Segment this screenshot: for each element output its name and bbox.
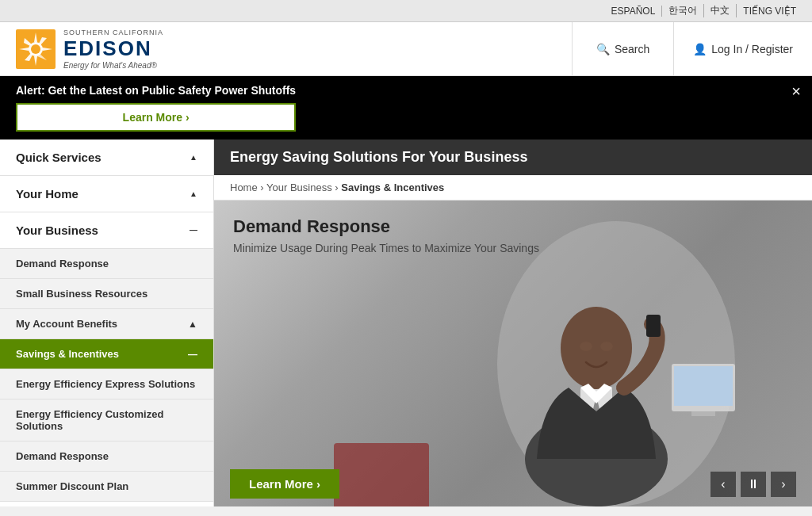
login-button[interactable]: 👤 Log In / Register [674,22,812,75]
breadcrumb-home[interactable]: Home [230,182,258,193]
alert-text: Alert: Get the Latest on Public Safety P… [16,84,296,97]
quick-services-label: Quick Services [16,151,102,164]
edison-logo-icon [16,29,56,69]
page-title: Energy Saving Solutions For Your Busines… [230,149,527,165]
your-business-arrow-icon: — [190,226,197,235]
subitem-arrow-icon: ▲ [188,319,197,330]
logo-name: EDISON [63,36,163,61]
lang-chinese[interactable]: 中文 [704,4,737,17]
header-right: 🔍 Search 👤 Log In / Register [572,22,812,75]
alert-learn-more-button[interactable]: Learn More › [16,103,296,132]
hero-subtitle: Minimize Usage During Peak Times to Maxi… [233,242,539,254]
svg-rect-21 [691,411,715,416]
language-bar: ESPAÑOL 한국어 中文 TIẾNG VIỆT [0,0,812,22]
hero-area: Demand Response Minimize Usage During Pe… [214,201,812,506]
page-title-bar: Energy Saving Solutions For Your Busines… [214,140,812,175]
hero-text-overlay: Demand Response Minimize Usage During Pe… [214,201,558,270]
svg-point-18 [600,342,613,351]
subitem-active-dash-icon: — [188,349,197,360]
carousel-pause-button[interactable]: ⏸ [741,472,766,497]
subitem-label: My Account Benefits [16,318,117,330]
subitem-label: Summer Discount Plan [16,480,128,492]
subitem-label: Demand Response [16,258,109,269]
lang-vietnamese[interactable]: TIẾNG VIỆT [737,6,802,17]
breadcrumb-current: Savings & Incentives [341,182,444,193]
carousel-next-button[interactable]: › [771,472,796,497]
alert-close-button[interactable]: × [791,82,801,101]
search-icon: 🔍 [596,43,610,55]
main-layout: Quick Services ▲ Your Home ▲ Your Busine… [0,140,812,506]
sidebar-item-your-business[interactable]: Your Business — [0,212,213,249]
search-label: Search [615,43,649,55]
svg-rect-16 [646,315,661,337]
svg-point-17 [580,342,592,351]
sidebar-item-quick-services[interactable]: Quick Services ▲ [0,140,213,176]
hero-title: Demand Response [233,216,539,237]
hero-bottom-bar: Learn More › ‹ ⏸ › [214,461,812,506]
lang-korean[interactable]: 한국어 [662,4,704,17]
content-area: Energy Saving Solutions For Your Busines… [214,140,812,506]
svg-point-15 [561,307,632,389]
search-button[interactable]: 🔍 Search [573,22,674,75]
logo-subtitle: SOUTHERN CALIFORNIA [63,29,163,36]
user-icon: 👤 [693,43,707,55]
sidebar-item-your-home[interactable]: Your Home ▲ [0,176,213,212]
carousel-controls: ‹ ⏸ › [710,472,796,497]
sidebar-subitem-savings-incentives[interactable]: Savings & Incentives — [0,339,213,369]
breadcrumb-section[interactable]: Your Business [266,182,332,193]
your-home-arrow-icon: ▲ [190,189,197,198]
sidebar-subitem-demand-response-1[interactable]: Demand Response [0,249,213,279]
logo-area: SOUTHERN CALIFORNIA EDISON Energy for Wh… [0,22,572,75]
sidebar-subitem-summer-discount[interactable]: Summer Discount Plan [0,472,213,502]
subitem-label: Small Business Resources [16,288,147,300]
sidebar-subitem-my-account[interactable]: My Account Benefits ▲ [0,309,213,339]
subitem-label: Energy Efficiency Express Solutions [16,378,195,390]
sidebar-subitem-demand-response-2[interactable]: Demand Response [0,441,213,472]
alert-content: Alert: Get the Latest on Public Safety P… [16,84,296,132]
sidebar-subitem-energy-customized[interactable]: Energy Efficiency Customized Solutions [0,399,213,441]
sidebar-subitem-small-business[interactable]: Small Business Resources [0,279,213,309]
lang-espanol[interactable]: ESPAÑOL [605,6,663,17]
subitem-label: Savings & Incentives [16,348,119,360]
subitem-label: Energy Efficiency Customized Solutions [16,408,197,432]
svg-point-10 [31,44,40,54]
svg-rect-20 [674,366,733,406]
sidebar: Quick Services ▲ Your Home ▲ Your Busine… [0,140,214,506]
sidebar-subitem-energy-express[interactable]: Energy Efficiency Express Solutions [0,369,213,399]
subitem-label: Demand Response [16,450,109,462]
logo-tagline: Energy for What's Ahead® [63,61,163,70]
login-label: Log In / Register [711,43,793,55]
your-business-label: Your Business [16,224,98,237]
carousel-prev-button[interactable]: ‹ [710,472,736,497]
breadcrumb: Home › Your Business › Savings & Incenti… [214,175,812,201]
alert-bar: Alert: Get the Latest on Public Safety P… [0,76,812,140]
main-header: SOUTHERN CALIFORNIA EDISON Energy for Wh… [0,22,812,76]
your-home-label: Your Home [16,187,79,201]
breadcrumb-sep1: › [260,182,266,193]
quick-services-arrow-icon: ▲ [190,153,197,162]
logo-text: SOUTHERN CALIFORNIA EDISON Energy for Wh… [63,29,163,70]
hero-learn-more-button[interactable]: Learn More › [230,469,339,499]
